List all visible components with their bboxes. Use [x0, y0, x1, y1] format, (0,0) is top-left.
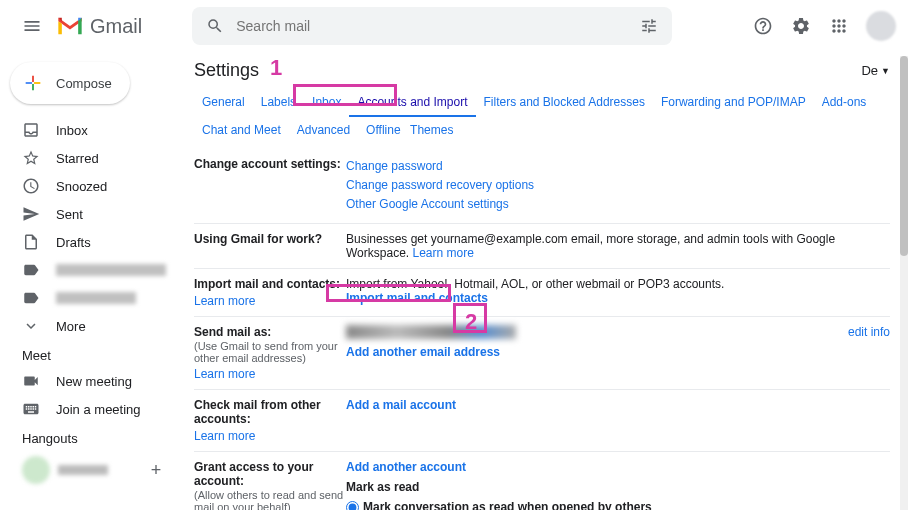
change-password-link[interactable]: Change password — [346, 157, 890, 176]
chevron-down-icon — [22, 317, 40, 335]
settings-main: Settings De ▼ General Labels Inbox Accou… — [180, 52, 908, 510]
language-selector[interactable]: De ▼ — [861, 63, 890, 78]
nav-snoozed[interactable]: Snoozed — [0, 172, 180, 200]
tab-themes[interactable]: Themes — [402, 117, 461, 143]
tab-advanced[interactable]: Advanced — [289, 117, 358, 143]
compose-button[interactable]: Compose — [10, 62, 130, 104]
change-recovery-link[interactable]: Change password recovery options — [346, 176, 890, 195]
star-icon — [22, 149, 40, 167]
nav-join-meeting[interactable]: Join a meeting — [0, 395, 180, 423]
search-icon — [206, 17, 224, 35]
tab-accounts-import[interactable]: Accounts and Import — [349, 89, 475, 117]
clock-icon — [22, 177, 40, 195]
tab-forwarding[interactable]: Forwarding and POP/IMAP — [653, 89, 814, 117]
nav-label-1[interactable] — [0, 256, 180, 284]
add-email-link[interactable]: Add another email address — [346, 345, 500, 359]
scrollbar[interactable] — [900, 56, 908, 510]
nav-inbox[interactable]: Inbox — [0, 116, 180, 144]
plus-icon — [22, 72, 44, 94]
search-input[interactable] — [236, 18, 640, 34]
tune-icon[interactable] — [640, 17, 658, 35]
workspace-learn-more[interactable]: Learn more — [412, 246, 473, 260]
meet-header: Meet — [0, 340, 180, 367]
scrollbar-thumb[interactable] — [900, 56, 908, 256]
section-send-as: Send mail as: (Use Gmail to send from yo… — [194, 317, 890, 390]
section-grant-access: Grant access to your account: (Allow oth… — [194, 452, 890, 510]
tab-offline[interactable]: Offline — [358, 117, 402, 143]
mark-read-option-1[interactable]: Mark conversation as read when opened by… — [346, 500, 890, 510]
tab-labels[interactable]: Labels — [253, 89, 304, 117]
search-bar[interactable] — [192, 7, 672, 45]
nav-more[interactable]: More — [0, 312, 180, 340]
nav-drafts[interactable]: Drafts — [0, 228, 180, 256]
import-mail-link[interactable]: Import mail and contacts — [346, 291, 488, 305]
tab-chat-meet[interactable]: Chat and Meet — [194, 117, 289, 143]
gmail-icon — [56, 15, 84, 37]
nav-label-2[interactable] — [0, 284, 180, 312]
tab-filters[interactable]: Filters and Blocked Addresses — [476, 89, 653, 117]
keyboard-icon — [22, 400, 40, 418]
import-learn-more[interactable]: Learn more — [194, 294, 346, 308]
section-check-mail: Check mail from other accounts: Learn mo… — [194, 390, 890, 452]
google-account-link[interactable]: Other Google Account settings — [346, 195, 890, 214]
add-mail-account-link[interactable]: Add a mail account — [346, 398, 456, 412]
mark-read-title: Mark as read — [346, 480, 890, 494]
help-button[interactable] — [746, 9, 780, 43]
settings-title: Settings — [194, 60, 259, 81]
hangouts-header: Hangouts — [0, 423, 180, 450]
label-icon — [22, 289, 40, 307]
tab-addons[interactable]: Add-ons — [814, 89, 875, 117]
hangouts-name — [58, 465, 108, 475]
check-mail-learn-more[interactable]: Learn more — [194, 429, 346, 443]
nav-sent[interactable]: Sent — [0, 200, 180, 228]
menu-button[interactable] — [12, 6, 52, 46]
compose-label: Compose — [56, 76, 112, 91]
file-icon — [22, 233, 40, 251]
sidebar: Compose Inbox Starred Snoozed Sent Draft… — [0, 52, 180, 510]
video-icon — [22, 372, 40, 390]
inbox-icon — [22, 121, 40, 139]
gmail-logo[interactable]: Gmail — [56, 15, 142, 38]
user-avatar[interactable] — [866, 11, 896, 41]
send-as-learn-more[interactable]: Learn more — [194, 367, 346, 381]
logo-text: Gmail — [90, 15, 142, 38]
tab-general[interactable]: General — [194, 89, 253, 117]
send-icon — [22, 205, 40, 223]
section-using-work: Using Gmail for work? Businesses get you… — [194, 224, 890, 269]
apps-button[interactable] — [822, 9, 856, 43]
label-icon — [22, 261, 40, 279]
section-change-account: Change account settings: Change password… — [194, 149, 890, 224]
settings-button[interactable] — [784, 9, 818, 43]
edit-info-link[interactable]: edit info — [848, 325, 890, 339]
nav-starred[interactable]: Starred — [0, 144, 180, 172]
section-import: Import mail and contacts: Learn more Imp… — [194, 269, 890, 317]
nav-new-meeting[interactable]: New meeting — [0, 367, 180, 395]
settings-tabs: General Labels Inbox Accounts and Import… — [194, 89, 890, 143]
hangouts-avatar — [22, 456, 50, 484]
add-contact-button[interactable]: + — [146, 460, 166, 480]
add-account-link[interactable]: Add another account — [346, 460, 466, 474]
email-address-redacted — [346, 325, 516, 339]
tab-inbox[interactable]: Inbox — [304, 89, 349, 117]
hangouts-row[interactable]: + — [0, 450, 180, 490]
